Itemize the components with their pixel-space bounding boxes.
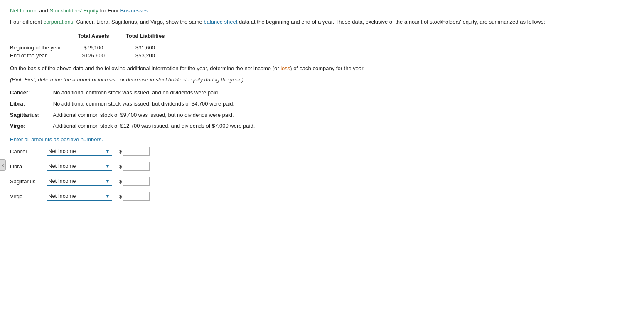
input-label-libra: Libra: [10, 163, 47, 170]
input-label-cancer: Cancer: [10, 148, 47, 155]
row2-assets: $126,600: [74, 52, 122, 59]
dollar-sign-libra: $: [119, 163, 122, 170]
title-for: for Four: [98, 7, 120, 14]
dollar-sign-sagittarius: $: [119, 178, 122, 185]
dollar-sign-virgo: $: [119, 193, 122, 199]
dollar-input-libra: $: [119, 162, 150, 171]
intro-corporations: corporations: [44, 19, 74, 25]
dollar-input-cancer: $: [119, 147, 150, 156]
dropdown-libra[interactable]: Net Income Net Loss: [47, 162, 112, 171]
col-header-empty: [10, 32, 74, 40]
hint-paragraph: (Hint: First, determine the amount of in…: [10, 76, 634, 83]
balance-table: Total Assets Total Liabilities Beginning…: [10, 32, 177, 59]
row2-label: End of the year: [10, 52, 74, 59]
input-row-libra: Libra Net Income Net Loss ▼ $: [10, 162, 634, 171]
amount-input-libra[interactable]: [123, 162, 150, 171]
company-virgo-name: Virgo:: [10, 122, 52, 131]
input-row-virgo: Virgo Net Income Net Loss ▼ $: [10, 192, 634, 201]
row1-assets: $79,100: [74, 44, 122, 52]
intro-paragraph: Four different corporations, Cancer, Lib…: [10, 18, 634, 26]
company-libra: Libra: No additional common stock was is…: [10, 100, 634, 108]
dollar-sign-cancer: $: [119, 148, 122, 155]
col-header-liabilities: Total Liabilities: [122, 32, 177, 40]
company-cancer: Cancer: No additional common stock was i…: [10, 89, 634, 97]
company-cancer-desc: No additional common stock was issued, a…: [53, 89, 219, 96]
input-label-sagittarius: Sagittarius: [10, 178, 47, 185]
company-virgo-desc: Additional common stock of $12,700 was i…: [53, 123, 255, 129]
company-virgo: Virgo: Additional common stock of $12,70…: [10, 122, 634, 131]
amount-input-cancer[interactable]: [123, 147, 150, 156]
input-row-cancer: Cancer Net Income Net Loss ▼ $: [10, 147, 634, 156]
page-title: Net Income and Stockholders' Equity for …: [10, 7, 634, 14]
company-cancer-name: Cancer:: [10, 89, 52, 97]
dropdown-container-libra: Net Income Net Loss ▼: [47, 162, 112, 171]
enter-amounts-label: Enter all amounts as positive numbers.: [10, 136, 634, 143]
basis-loss: loss: [280, 65, 290, 71]
title-businesses: Businesses: [120, 7, 148, 14]
dropdown-container-sagittarius: Net Income Net Loss ▼: [47, 177, 112, 186]
company-sagittarius: Sagittarius: Additional common stock of …: [10, 111, 634, 120]
title-net-income: Net Income: [10, 7, 37, 14]
dropdown-cancer[interactable]: Net Income Net Loss: [47, 147, 112, 156]
dropdown-sagittarius[interactable]: Net Income Net Loss: [47, 177, 112, 186]
row2-liabilities: $53,200: [122, 52, 177, 59]
company-libra-desc: No additional common stock was issued, b…: [53, 101, 234, 107]
input-label-virgo: Virgo: [10, 193, 47, 199]
dropdown-container-virgo: Net Income Net Loss ▼: [47, 192, 112, 201]
amount-input-sagittarius[interactable]: [123, 177, 150, 186]
intro-balance-sheet: balance sheet: [204, 19, 237, 25]
title-and: and: [37, 7, 49, 14]
dropdown-container-cancer: Net Income Net Loss ▼: [47, 147, 112, 156]
dollar-input-virgo: $: [119, 192, 150, 201]
company-sagittarius-desc: Additional common stock of $9,400 was is…: [53, 112, 234, 118]
company-sagittarius-name: Sagittarius:: [10, 111, 52, 120]
row1-label: Beginning of the year: [10, 44, 74, 52]
company-libra-name: Libra:: [10, 100, 52, 108]
amount-input-virgo[interactable]: [123, 192, 150, 201]
side-toggle-button[interactable]: ‹: [0, 159, 6, 171]
basis-paragraph: On the basis of the above data and the f…: [10, 64, 634, 73]
title-stockholders-equity: Stockholders' Equity: [49, 7, 98, 14]
col-header-assets: Total Assets: [74, 32, 122, 40]
row1-liabilities: $31,600: [122, 44, 177, 52]
input-section: Cancer Net Income Net Loss ▼ $ Libra Net…: [10, 147, 634, 201]
dropdown-virgo[interactable]: Net Income Net Loss: [47, 192, 112, 201]
dollar-input-sagittarius: $: [119, 177, 150, 186]
input-row-sagittarius: Sagittarius Net Income Net Loss ▼ $: [10, 177, 634, 186]
